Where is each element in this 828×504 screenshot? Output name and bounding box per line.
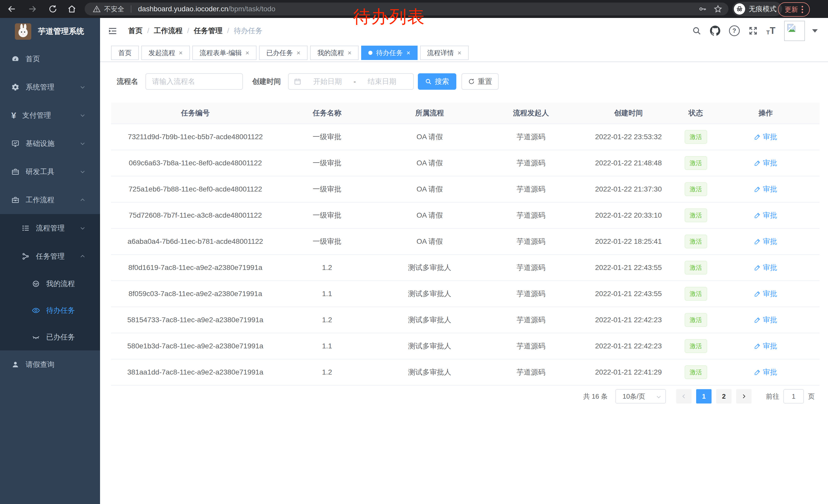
help-icon[interactable]: ? [729, 26, 740, 36]
tag-label: 流程表单-编辑 [200, 48, 242, 57]
sidebar-item-todo-tasks[interactable]: 待办任务 [0, 297, 100, 324]
approve-button[interactable]: 审批 [754, 211, 777, 220]
update-label[interactable]: 更新 [785, 5, 798, 14]
end-date-placeholder[interactable]: 结束日期 [356, 77, 408, 86]
page-suffix: 页 [808, 392, 815, 401]
sidebar-item-dev-tools[interactable]: 研发工具 [0, 158, 100, 186]
process-name-input[interactable] [146, 73, 243, 90]
approve-button[interactable]: 审批 [754, 367, 777, 377]
page-size-select[interactable]: 10条/页 [615, 389, 666, 404]
sidebar: 芋道管理系统 首页 系统管理 ¥ 支付管理 基础设施 [0, 18, 100, 504]
sidebar-item-infrastructure[interactable]: 基础设施 [0, 130, 100, 158]
tag-process-detail[interactable]: 流程详情× [420, 46, 469, 60]
avatar[interactable] [784, 21, 805, 41]
password-key-icon[interactable] [698, 5, 707, 13]
cell-starter: 芋道源码 [485, 150, 577, 176]
chevron-down-icon [80, 225, 86, 231]
search-button[interactable]: 搜索 [418, 73, 456, 90]
avatar-caret-icon[interactable] [812, 29, 818, 33]
page-button-1[interactable]: 1 [696, 389, 711, 404]
kebab-menu-icon[interactable] [801, 6, 803, 13]
status-badge: 激活 [685, 235, 707, 248]
close-icon[interactable]: × [458, 49, 461, 57]
tag-label: 发起流程 [149, 48, 175, 57]
back-icon[interactable] [7, 4, 16, 13]
github-icon[interactable] [710, 26, 720, 36]
sidebar-item-payment[interactable]: ¥ 支付管理 [0, 101, 100, 130]
approve-button[interactable]: 审批 [754, 158, 777, 168]
home-icon[interactable] [67, 4, 76, 13]
reload-icon[interactable] [48, 4, 57, 13]
start-date-placeholder[interactable]: 开始日期 [301, 77, 354, 86]
security-warning-label[interactable]: 不安全 [104, 5, 124, 13]
sidebar-item-label: 工作流程 [26, 195, 54, 205]
url-domain[interactable]: dashboard.yudao.iocoder.cn [138, 5, 228, 13]
approve-button[interactable]: 审批 [754, 315, 777, 325]
reset-button[interactable]: 重置 [461, 73, 499, 90]
sidebar-item-label: 研发工具 [26, 167, 54, 177]
close-icon[interactable]: × [296, 49, 300, 57]
tag-todo-tasks-active[interactable]: 待办任务× [361, 46, 417, 60]
close-icon[interactable]: × [347, 49, 351, 57]
approve-button[interactable]: 审批 [754, 184, 777, 194]
fullscreen-icon[interactable] [748, 26, 758, 35]
browser-menu-update-button[interactable]: 更新 [778, 2, 810, 17]
sidebar-item-label: 请假查询 [26, 360, 54, 369]
tag-home[interactable]: 首页 [111, 46, 139, 60]
tag-my-processes[interactable]: 我的流程× [310, 46, 359, 60]
sidebar-collapse-icon[interactable] [108, 26, 118, 36]
sidebar-item-system[interactable]: 系统管理 [0, 73, 100, 101]
sidebar-item-process-management[interactable]: 流程管理 [0, 214, 100, 242]
close-icon[interactable]: × [406, 49, 410, 57]
sidebar-item-home[interactable]: 首页 [0, 45, 100, 73]
prev-page-button[interactable] [676, 389, 692, 404]
sidebar-item-done-tasks[interactable]: 已办任务 [0, 324, 100, 351]
forward-icon[interactable] [28, 4, 37, 13]
security-warning-icon[interactable] [93, 5, 100, 13]
font-size-icon[interactable]: TT [767, 26, 776, 35]
approve-button[interactable]: 审批 [754, 341, 777, 351]
date-range-picker[interactable]: 开始日期 - 结束日期 [288, 73, 414, 90]
goto-page-input[interactable] [783, 389, 804, 404]
next-page-button[interactable] [736, 389, 752, 404]
app-title: 芋道管理系统 [38, 26, 84, 37]
dashboard-icon [11, 55, 19, 63]
app-logo[interactable]: 芋道管理系统 [0, 18, 100, 45]
close-icon[interactable]: × [179, 49, 182, 57]
tag-process-form-edit[interactable]: 流程表单-编辑× [192, 46, 256, 60]
cell-task-name: 1.1 [280, 281, 374, 307]
cell-starter: 芋道源码 [485, 202, 577, 228]
approve-label: 审批 [763, 184, 777, 194]
approve-button[interactable]: 审批 [754, 237, 777, 246]
incognito-label: 无痕模式 [749, 4, 777, 13]
sidebar-item-label: 系统管理 [26, 82, 54, 92]
status-badge: 激活 [685, 261, 707, 275]
url-path[interactable]: /bpm/task/todo [228, 5, 276, 13]
sidebar-item-my-processes[interactable]: 我的流程 [0, 270, 100, 297]
tag-start-process[interactable]: 发起流程× [141, 46, 190, 60]
cell-task-id: 58154733-7ac8-11ec-a9e2-a2380e71991a [111, 307, 280, 333]
cell-task-name: 一级审批 [280, 202, 374, 228]
col-task-id: 任务编号 [111, 102, 280, 124]
approve-label: 审批 [763, 158, 777, 168]
bookmark-star-icon[interactable] [714, 5, 722, 13]
tag-done-tasks[interactable]: 已办任务× [259, 46, 307, 60]
incognito-badge: 无痕模式 [732, 2, 782, 16]
sidebar-item-leave-query[interactable]: 请假查询 [0, 351, 100, 379]
search-icon[interactable] [692, 26, 701, 35]
breadcrumb-home[interactable]: 首页 [128, 26, 142, 36]
breadcrumb-task-management[interactable]: 任务管理 [194, 26, 223, 36]
page-button-2[interactable]: 2 [716, 389, 732, 404]
sidebar-item-task-management[interactable]: 任务管理 [0, 242, 100, 270]
sidebar-item-workflow[interactable]: 工作流程 [0, 186, 100, 214]
close-icon[interactable]: × [245, 49, 249, 57]
table-row: 73211d9d-7b9b-11ec-b5b7-acde48001122 一级审… [111, 124, 820, 150]
gear-icon [11, 83, 19, 91]
edit-pen-icon [754, 317, 761, 323]
approve-button[interactable]: 审批 [754, 132, 777, 142]
approve-button[interactable]: 审批 [754, 289, 777, 299]
table-header-row: 任务编号 任务名称 所属流程 流程发起人 创建时间 状态 操作 [111, 102, 820, 124]
sidebar-item-label: 任务管理 [36, 251, 65, 261]
approve-button[interactable]: 审批 [754, 263, 777, 273]
breadcrumb-workflow[interactable]: 工作流程 [154, 26, 182, 36]
